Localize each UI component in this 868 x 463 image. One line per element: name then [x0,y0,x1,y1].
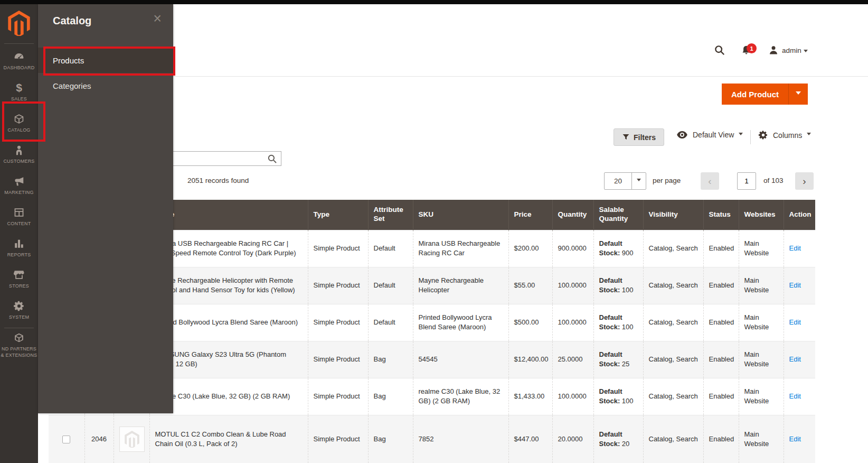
admin-menu-caret-icon[interactable] [804,50,808,54]
cell-price: $500.00 [508,304,552,341]
close-icon[interactable]: × [153,12,162,26]
salable-stock-value: 100 [622,323,634,331]
magento-admin-page: 1 admin Add Product Filters Default View… [0,0,868,463]
total-pages-label: of 103 [763,177,784,184]
column-header[interactable]: Websites [739,200,784,230]
cell-name: realme C30 (Lake Blue, 32 GB) (2 GB RAM) [149,378,308,415]
sidebar-item-partners[interactable]: ND PARTNERS & EXTENSIONS [0,329,38,360]
sidebar-item-stores[interactable]: STORES [0,263,38,294]
sidebar-item-label: SYSTEM [9,314,29,320]
sidebar-item-label: REPORTS [7,252,31,258]
columns-control[interactable]: Columns [758,130,811,140]
filters-button[interactable]: Filters [614,128,664,146]
stores-icon [13,268,25,281]
cell-attribute-set: Default [368,230,413,267]
cell-action: Edit [784,230,815,267]
account-icon[interactable] [768,45,779,55]
cell-websites: Main Website [739,378,784,415]
sidebar-item-content[interactable]: CONTENT [0,201,38,232]
admin-username[interactable]: admin [782,47,801,54]
chevron-down-icon [739,133,743,137]
sidebar-divider [4,328,34,328]
edit-link[interactable]: Edit [789,244,801,252]
flyout-item-categories[interactable]: Categories [38,73,173,98]
add-product-button[interactable]: Add Product [722,84,808,105]
notification-count-badge[interactable]: 1 [747,43,757,53]
edit-link[interactable]: Edit [789,318,801,326]
add-product-label[interactable]: Add Product [722,84,788,105]
cell-status: Enabled [703,415,739,463]
content-icon [13,206,25,219]
global-search-icon[interactable] [714,44,725,56]
salable-stock-label: Stock: [599,286,620,294]
edit-link[interactable]: Edit [789,392,801,400]
chevron-down-icon [807,133,811,137]
add-product-dropdown-toggle[interactable] [788,84,808,105]
cell-attribute-set: Bag [368,341,413,378]
sidebar-item-customers[interactable]: CUSTOMERS [0,138,38,170]
cell-action: Edit [784,267,815,304]
cell-type: Simple Product [308,230,368,267]
next-page-button[interactable]: › [795,172,814,190]
sidebar-item-label: CONTENT [7,221,31,227]
chevron-down-icon [796,91,801,97]
sidebar-item-label: STORES [9,283,29,289]
cell-id: 2046 [84,415,114,463]
cell-sku: Mayne Rechargeable Helicopter [413,267,508,304]
cell-websites: Main Website [739,267,784,304]
column-header[interactable]: SKU [413,200,508,230]
admin-sidebar: DASHBOARD$SALESCATALOGCUSTOMERSMARKETING… [0,4,38,463]
gear-icon [758,130,768,140]
column-header[interactable]: Attribute Set [368,200,413,230]
column-header[interactable]: Salable Quantity [593,200,643,230]
column-header[interactable]: Quantity [552,200,593,230]
column-header[interactable]: Type [308,200,368,230]
cell-visibility: Catalog, Search [643,230,703,267]
cell-name: SAMSUNG Galaxy S23 Ultra 5G (Phantom Bla… [149,341,308,378]
previous-page-button[interactable]: ‹ [701,172,719,190]
cell-quantity: 100.0000 [552,267,593,304]
column-header[interactable]: Name [149,200,308,230]
cell-websites: Main Website [739,415,784,463]
cell-price: $12,400.00 [508,341,552,378]
column-header[interactable]: Visibility [643,200,703,230]
page-size-select[interactable]: 20 [604,172,646,190]
cell-visibility: Catalog, Search [643,415,703,463]
sidebar-divider [4,43,34,44]
table-row: 2046MOTUL C1 C2 Combo Clean & Lube Road … [49,415,815,463]
default-view-control[interactable]: Default View [676,131,743,139]
cell-status: Enabled [703,341,739,378]
salable-source: Default [599,276,622,284]
edit-link[interactable]: Edit [789,355,801,363]
cell-type: Simple Product [308,415,368,463]
cell-quantity: 25.0000 [552,341,593,378]
magento-logo[interactable] [0,4,38,41]
salable-source: Default [599,350,622,358]
sidebar-item-label: CUSTOMERS [3,159,34,164]
partners-icon [13,331,25,344]
sidebar-item-system[interactable]: SYSTEM [0,294,38,326]
sidebar-item-label: MARKETING [4,190,33,196]
cell-type: Simple Product [308,304,368,341]
sidebar-item-reports[interactable]: REPORTS [0,232,38,263]
cell-visibility: Catalog, Search [643,378,703,415]
row-checkbox[interactable] [62,436,70,443]
chevron-down-icon [637,179,641,183]
sidebar-item-dashboard[interactable]: DASHBOARD [0,45,38,76]
sidebar-item-marketing[interactable]: MARKETING [0,170,38,201]
cell-type: Simple Product [308,341,368,378]
search-icon[interactable] [267,154,277,164]
column-header[interactable]: Price [508,200,552,230]
salable-stock-value: 100 [622,397,634,405]
cell-sku: Mirana USB Rechargeable Racing RC Car [413,230,508,267]
column-header[interactable]: Status [703,200,739,230]
salable-source: Default [599,239,622,247]
column-header[interactable]: Action [784,200,815,230]
edit-link[interactable]: Edit [789,281,801,289]
salable-stock-label: Stock: [599,397,620,405]
cell-sku: 54545 [413,341,508,378]
default-view-label: Default View [693,131,734,139]
edit-link[interactable]: Edit [789,435,801,443]
current-page-input[interactable] [737,172,756,190]
cell-status: Enabled [703,267,739,304]
